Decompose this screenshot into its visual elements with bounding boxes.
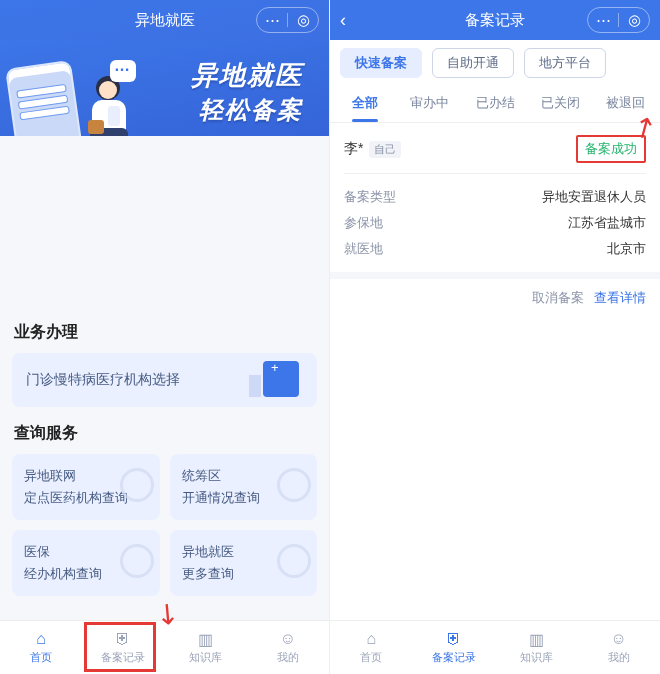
self-badge: 自己 [369, 141, 401, 158]
miniprogram-capsule[interactable]: ⋯ ◎ [256, 7, 319, 33]
records-body: 快速备案 自助开通 地方平台 全部 审办中 已办结 已关闭 被退回 李* 自己 … [330, 40, 660, 674]
bottom-tabbar: ⌂ 首页 ⛨ 备案记录 ▥ 知识库 ☺ 我的 [0, 620, 329, 674]
hospital-icon [263, 361, 299, 397]
tab-home[interactable]: ⌂ 首页 [330, 621, 413, 674]
kv-key: 参保地 [344, 214, 383, 232]
home-icon: ⌂ [31, 630, 51, 648]
tab-records[interactable]: ⛨ 备案记录 [413, 621, 496, 674]
pill-quick[interactable]: 快速备案 [340, 48, 422, 78]
record-card: 李* 自己 备案成功 备案类型 异地安置退休人员 参保地 江苏省盐城市 就医地 … [330, 123, 660, 279]
main-content: 业务办理 门诊慢特病医疗机构选择 查询服务 异地联网 定点医药机构查询 统筹区 … [0, 306, 329, 596]
action-cancel[interactable]: 取消备案 [532, 289, 584, 307]
kv-row-treat: 就医地 北京市 [344, 236, 646, 262]
tab-label: 我的 [277, 650, 299, 665]
tab-label: 知识库 [189, 650, 222, 665]
shield-icon: ⛨ [113, 630, 133, 648]
query-card-more[interactable]: 异地就医 更多查询 [170, 530, 318, 596]
kv-key: 备案类型 [344, 188, 396, 206]
decor-icon [277, 544, 311, 578]
record-person-name: 李* [344, 140, 363, 158]
kv-val: 异地安置退休人员 [542, 188, 646, 206]
tab-returned[interactable]: 被退回 [593, 86, 658, 122]
book-icon: ▥ [196, 630, 216, 648]
record-status-success: 备案成功 [576, 135, 646, 163]
action-detail[interactable]: 查看详情 [594, 289, 646, 307]
svg-rect-4 [108, 106, 120, 126]
record-header: 李* 自己 备案成功 [344, 135, 646, 174]
record-actions: 取消备案 查看详情 [330, 279, 660, 317]
query-card-network[interactable]: 异地联网 定点医药机构查询 [12, 454, 160, 520]
pill-local[interactable]: 地方平台 [524, 48, 606, 78]
tab-processing[interactable]: 审办中 [397, 86, 462, 122]
tab-label: 我的 [608, 650, 630, 665]
miniprogram-capsule[interactable]: ⋯ ◎ [587, 7, 650, 33]
header-title: 备案记录 [465, 11, 525, 30]
query-card-region[interactable]: 统筹区 开通情况查询 [170, 454, 318, 520]
tab-knowledge[interactable]: ▥ 知识库 [495, 621, 578, 674]
header-bar: ‹ 备案记录 ⋯ ◎ [330, 0, 660, 40]
home-icon: ⌂ [361, 630, 381, 648]
query-card-agency[interactable]: 医保 经办机构查询 [12, 530, 160, 596]
menu-dots-icon[interactable]: ⋯ [257, 8, 287, 32]
tab-label: 首页 [30, 650, 52, 665]
tab-records[interactable]: ⛨ 备案记录 [82, 621, 164, 674]
biz-card-chronic[interactable]: 门诊慢特病医疗机构选择 [12, 353, 317, 407]
tab-home[interactable]: ⌂ 首页 [0, 621, 82, 674]
kv-val: 北京市 [607, 240, 646, 258]
kv-key: 就医地 [344, 240, 383, 258]
tab-closed[interactable]: 已关闭 [528, 86, 593, 122]
svg-point-1 [99, 81, 117, 99]
decor-icon [120, 468, 154, 502]
pill-self[interactable]: 自助开通 [432, 48, 514, 78]
screen-home: 异地就医 ⋯ ◎ 异地就医 轻松备案 🔊 [0, 0, 330, 674]
kv-row-type: 备案类型 异地安置退休人员 [344, 184, 646, 210]
query-grid: 异地联网 定点医药机构查询 统筹区 开通情况查询 医保 经办机构查询 异地就医 … [12, 454, 317, 596]
tab-done[interactable]: 已办结 [462, 86, 527, 122]
tab-mine[interactable]: ☺ 我的 [247, 621, 329, 674]
header-bar: 异地就医 ⋯ ◎ [0, 0, 329, 40]
biz-card-label: 门诊慢特病医疗机构选择 [26, 371, 180, 389]
decor-icon [277, 468, 311, 502]
tab-all[interactable]: 全部 [332, 86, 397, 122]
banner-title: 异地就医 [191, 58, 303, 93]
decor-icon [120, 544, 154, 578]
filter-pill-row: 快速备案 自助开通 地方平台 [330, 40, 660, 86]
person-icon: ☺ [278, 630, 298, 648]
section-title-query: 查询服务 [14, 423, 317, 444]
header-title: 异地就医 [135, 11, 195, 30]
menu-dots-icon[interactable]: ⋯ [588, 8, 618, 32]
speech-bubble-icon [110, 60, 136, 82]
status-tabs: 全部 审办中 已办结 已关闭 被退回 [330, 86, 660, 123]
section-title-biz: 业务办理 [14, 322, 317, 343]
tab-label: 备案记录 [101, 650, 145, 665]
kv-val: 江苏省盐城市 [568, 214, 646, 232]
kv-row-insured: 参保地 江苏省盐城市 [344, 210, 646, 236]
back-icon[interactable]: ‹ [340, 10, 346, 31]
banner-subtitle: 轻松备案 [199, 94, 303, 126]
shield-icon: ⛨ [444, 630, 464, 648]
tab-knowledge[interactable]: ▥ 知识库 [165, 621, 247, 674]
tab-label: 首页 [360, 650, 382, 665]
tab-label: 备案记录 [432, 650, 476, 665]
tab-label: 知识库 [520, 650, 553, 665]
close-target-icon[interactable]: ◎ [288, 8, 318, 32]
svg-rect-5 [88, 120, 104, 134]
hero-banner: 异地就医 轻松备案 🔊 已有 11595877 人成功完成异地就医备案 异地就医… [0, 40, 329, 136]
person-icon: ☺ [609, 630, 629, 648]
close-target-icon[interactable]: ◎ [619, 8, 649, 32]
bottom-tabbar: ⌂ 首页 ⛨ 备案记录 ▥ 知识库 ☺ 我的 [330, 620, 660, 674]
screen-records: ‹ 备案记录 ⋯ ◎ 快速备案 自助开通 地方平台 全部 审办中 已办结 已关闭… [330, 0, 660, 674]
record-name-group: 李* 自己 [344, 140, 401, 158]
book-icon: ▥ [526, 630, 546, 648]
tab-mine[interactable]: ☺ 我的 [578, 621, 661, 674]
